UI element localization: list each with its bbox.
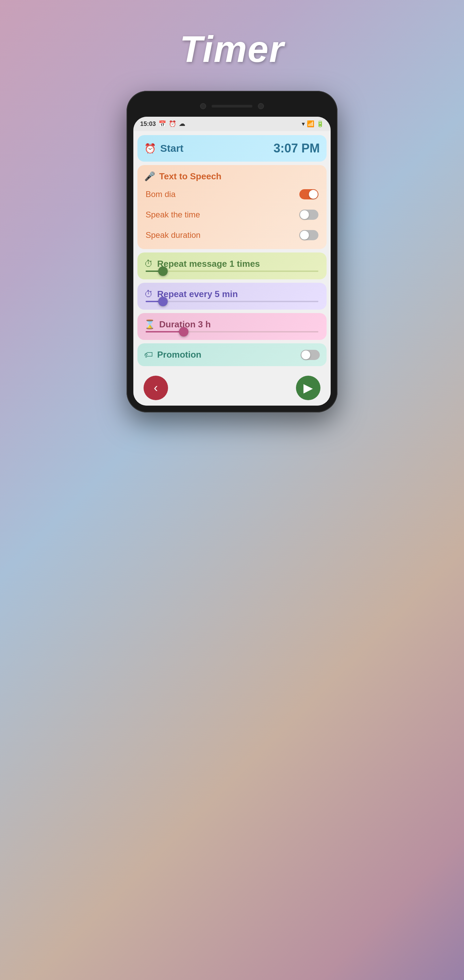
duration-card: ⌛ Duration 3 h [137,313,327,340]
repeat-card: ⏱ Repeat message 1 times [137,253,327,279]
phone-screen: 15:03 📅 ⏰ ☁ ▾ 📶 🔋 ⏰ Start 3:07 PM [133,117,331,406]
tts-header: 🎤 Text to Speech [144,171,320,182]
repeat-slider-container [144,269,320,273]
clock-icon: ⏰ [169,120,176,127]
promotion-toggle[interactable] [301,350,320,360]
phone-camera-bar [133,98,331,115]
repeat-every-icon: ⏱ [144,289,153,299]
cloud-icon: ☁ [179,120,185,127]
hourglass-icon: ⌛ [144,319,155,330]
speak-time-row: Speak the time [144,207,320,223]
tts-title: Text to Speech [159,171,221,182]
promotion-header: 🏷 Promotion [144,350,202,360]
back-button[interactable]: ‹ [143,375,168,400]
speak-duration-toggle[interactable] [299,230,318,240]
camera-dot [200,103,206,109]
app-title: Timer [180,27,284,70]
duration-slider-container [144,330,320,334]
calendar-icon: 📅 [159,120,166,127]
start-time: 3:07 PM [273,141,320,156]
promotion-label: Promotion [157,350,202,360]
phone-frame: 15:03 📅 ⏰ ☁ ▾ 📶 🔋 ⏰ Start 3:07 PM [127,91,337,412]
repeat-header: ⏱ Repeat message 1 times [144,259,320,269]
start-label: Start [160,143,183,154]
speaker-bar [211,105,253,108]
start-card-left: ⏰ Start [144,143,183,154]
speak-time-label: Speak the time [146,210,200,220]
repeat-every-header: ⏱ Repeat every 5 min [144,289,320,299]
bom-dia-row: Bom dia [144,186,320,202]
repeat-every-label: Repeat every 5 min [157,289,238,299]
wifi-icon: ▾ [302,120,305,127]
promotion-card: 🏷 Promotion [137,343,327,366]
speak-time-toggle[interactable] [299,210,318,220]
repeat-every-slider-thumb[interactable] [158,297,168,306]
toggle-knob [309,190,318,199]
toggle-knob-promo [301,350,310,360]
status-left: 15:03 📅 ⏰ ☁ [140,120,185,127]
repeat-slider-thumb[interactable] [158,266,168,276]
toggle-knob-2 [300,210,309,219]
repeat-label: Repeat message 1 times [157,259,260,269]
speak-duration-label: Speak duration [146,231,200,240]
status-time: 15:03 [140,121,156,127]
camera-dot-2 [258,103,264,109]
alarm-icon: ⏰ [144,143,156,154]
toggle-knob-3 [300,231,309,240]
repeat-every-slider-track [146,301,318,302]
tag-icon: 🏷 [144,350,153,360]
speak-duration-row: Speak duration [144,227,320,243]
repeat-icon: ⏱ [144,259,153,269]
bottom-nav: ‹ ▶ [133,370,331,406]
screen-content: ⏰ Start 3:07 PM 🎤 Text to Speech Bom dia [133,131,331,370]
duration-slider-thumb[interactable] [179,327,189,337]
battery-icon: 🔋 [316,120,324,127]
repeat-slider-track [146,270,318,272]
start-card: ⏰ Start 3:07 PM [137,135,327,162]
bom-dia-toggle[interactable] [299,189,318,199]
repeat-every-card: ⏱ Repeat every 5 min [137,283,327,310]
bom-dia-label: Bom dia [146,189,176,199]
status-right-icons: ▾ 📶 🔋 [302,120,324,127]
repeat-every-slider-container [144,299,320,304]
play-button[interactable]: ▶ [296,375,321,400]
status-bar: 15:03 📅 ⏰ ☁ ▾ 📶 🔋 [133,117,331,131]
signal-icon: 📶 [307,120,314,127]
duration-header: ⌛ Duration 3 h [144,319,320,330]
duration-slider-track [146,331,318,332]
microphone-icon: 🎤 [144,171,155,182]
tts-card: 🎤 Text to Speech Bom dia Speak the time [137,165,327,249]
